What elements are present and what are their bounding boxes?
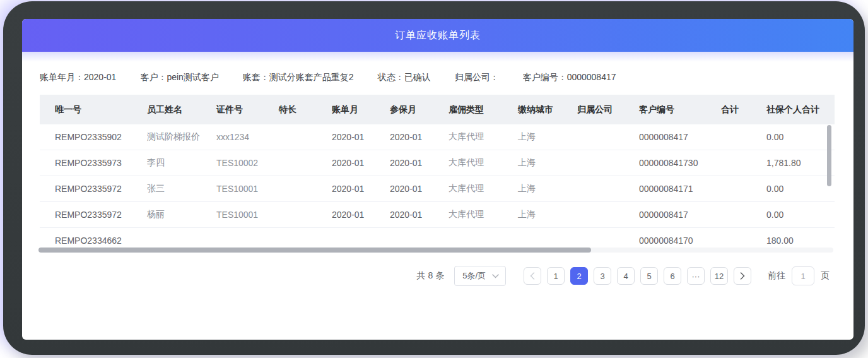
pagination-bar: 共 8 条 5条/页 1 2 3 4 5 6 ··· — [22, 266, 830, 286]
goto-page: 前往 页 — [768, 266, 830, 285]
window-frame: 订单应收账单列表 账单年月：2020-01 客户：pein测试客户 账套：测试分… — [3, 1, 865, 355]
prev-page-button[interactable] — [524, 267, 541, 285]
modal-dialog: 订单应收账单列表 账单年月：2020-01 客户：pein测试客户 账套：测试分… — [22, 19, 853, 340]
col-employee-name: 员工姓名 — [132, 95, 201, 124]
filter-owner-company: 归属公司： — [455, 72, 499, 83]
col-customer-code: 客户编号 — [624, 95, 715, 124]
table-header-row: 唯一号 员工姓名 证件号 特长 账单月 参保月 雇佣类型 缴纳城市 归属公司 客… — [40, 95, 835, 124]
bill-table: 唯一号 员工姓名 证件号 特长 账单月 参保月 雇佣类型 缴纳城市 归属公司 客… — [40, 95, 835, 253]
col-bill-month: 账单月 — [317, 95, 375, 124]
chevron-right-icon — [740, 272, 745, 280]
table-body-viewport: REMPO2335902测试阶梯报价xxx12342020-012020-01大… — [40, 124, 835, 253]
table-row: REMPO2335972张三TES100012020-012020-01大库代理… — [40, 176, 835, 202]
table-row: REMPO2335972杨丽TES100012020-012020-01大库代理… — [40, 202, 835, 228]
page-button-4[interactable]: 4 — [617, 267, 635, 285]
col-pay-city: 缴纳城市 — [503, 95, 562, 124]
col-unique-id: 唯一号 — [40, 95, 132, 124]
page-button-1[interactable]: 1 — [547, 267, 565, 285]
next-page-button[interactable] — [734, 267, 751, 285]
filter-status: 状态：已确认 — [378, 72, 431, 83]
filter-customer-code: 客户编号：0000008417 — [523, 72, 616, 83]
col-cert-no: 证件号 — [201, 95, 264, 124]
filter-bill-month: 账单年月：2020-01 — [40, 72, 116, 83]
more-icon: ··· — [692, 271, 700, 281]
goto-suffix: 页 — [821, 270, 830, 282]
pager: 1 2 3 4 5 6 ··· 12 — [524, 267, 751, 285]
col-employ-type: 雇佣类型 — [433, 95, 503, 124]
bill-table-header: 唯一号 员工姓名 证件号 特长 账单月 参保月 雇佣类型 缴纳城市 归属公司 客… — [40, 95, 835, 124]
title-bar-shadow — [22, 52, 853, 62]
col-social-personal-total: 社保个人合计 — [751, 95, 835, 124]
col-specialty: 特长 — [264, 95, 317, 124]
page-button-6[interactable]: 6 — [664, 267, 681, 285]
page-button-12[interactable]: 12 — [710, 267, 728, 285]
table-row: REMPO2335973李四TES100022020-012020-01大库代理… — [40, 150, 835, 176]
filter-account-set: 账套：测试分账套产品重复2 — [243, 72, 354, 83]
filter-customer: 客户：pein测试客户 — [140, 72, 218, 83]
page-button-2-active[interactable]: 2 — [570, 267, 588, 285]
chevron-left-icon — [530, 272, 535, 280]
horizontal-scrollbar-thumb[interactable] — [38, 248, 591, 253]
filter-summary-row: 账单年月：2020-01 客户：pein测试客户 账套：测试分账套产品重复2 状… — [22, 62, 853, 93]
goto-page-input[interactable] — [792, 266, 814, 285]
col-owner-company: 归属公司 — [562, 95, 624, 124]
page-button-3[interactable]: 3 — [594, 267, 611, 285]
page-button-5[interactable]: 5 — [640, 267, 658, 285]
col-insured-month: 参保月 — [375, 95, 433, 124]
chevron-down-icon — [492, 274, 499, 278]
more-pages-button[interactable]: ··· — [687, 267, 705, 285]
col-total: 合计 — [715, 95, 751, 124]
total-count-label: 共 8 条 — [417, 270, 445, 282]
page-size-value: 5条/页 — [462, 270, 486, 282]
table-row: REMPO2335902测试阶梯报价xxx12342020-012020-01大… — [40, 124, 835, 150]
page-size-select[interactable]: 5条/页 — [454, 266, 506, 286]
modal-title-bar: 订单应收账单列表 — [22, 19, 853, 52]
vertical-scrollbar-thumb[interactable] — [827, 125, 831, 186]
modal-title: 订单应收账单列表 — [395, 29, 481, 42]
goto-label: 前往 — [768, 270, 785, 282]
